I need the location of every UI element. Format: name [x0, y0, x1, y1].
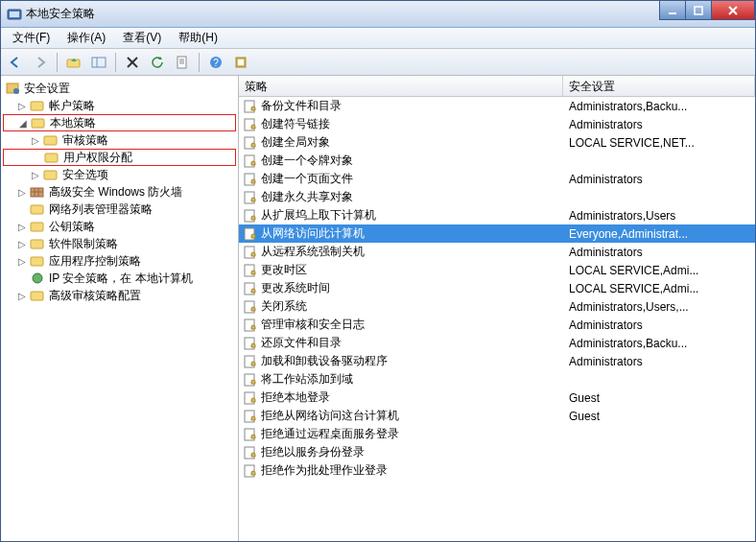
policy-name: 拒绝本地登录	[261, 389, 330, 406]
export-list-button[interactable]	[172, 52, 193, 73]
folder-icon	[43, 167, 59, 182]
svg-point-34	[33, 273, 42, 283]
list-row[interactable]: 拒绝从网络访问这台计算机Guest	[239, 407, 755, 425]
list-row[interactable]: 创建一个令牌对象	[239, 152, 755, 170]
col-policy[interactable]: 策略	[239, 76, 563, 96]
tree-audit-policy[interactable]: ▷ 审核策略	[3, 131, 236, 149]
tree-local-policies[interactable]: ◢ 本地策略	[3, 114, 236, 131]
policy-name: 更改系统时间	[261, 280, 330, 296]
list-row[interactable]: 拒绝作为批处理作业登录	[239, 461, 755, 480]
tree-account-policies[interactable]: ▷ 帐户策略	[3, 97, 236, 114]
policy-setting: Administrators	[563, 355, 755, 368]
back-button[interactable]	[5, 52, 26, 73]
help-button[interactable]: ?	[205, 52, 226, 73]
tree-label: 本地策略	[48, 114, 98, 132]
list-row[interactable]: 将工作站添加到域	[239, 370, 755, 389]
list-header: 策略 安全设置	[239, 76, 755, 97]
tree-pubkey-policies[interactable]: ▷ 公钥策略	[3, 218, 236, 235]
list-row[interactable]: 加载和卸载设备驱动程序Administrators	[239, 352, 755, 370]
tree-label: IP 安全策略，在 本地计算机	[47, 270, 195, 288]
policy-name: 创建全局对象	[261, 134, 330, 151]
list-row[interactable]: 还原文件和目录Administrators,Backu...	[239, 334, 755, 352]
refresh-button[interactable]	[147, 52, 168, 73]
list-row[interactable]: 创建永久共享对象	[239, 188, 755, 206]
tree-nlm-policies[interactable]: 网络列表管理器策略	[3, 200, 236, 218]
svg-rect-31	[31, 223, 43, 231]
tree-software-restriction[interactable]: ▷ 软件限制策略	[3, 235, 236, 252]
expand-icon[interactable]: ▷	[16, 239, 28, 249]
menu-action[interactable]: 操作(A)	[59, 28, 113, 48]
expand-icon[interactable]: ▷	[30, 135, 41, 146]
policy-name: 拒绝从网络访问这台计算机	[261, 408, 399, 424]
svg-rect-21	[31, 102, 43, 110]
tree-advanced-firewall[interactable]: ▷ 高级安全 Windows 防火墙	[3, 183, 236, 200]
show-hide-tree-button[interactable]	[88, 52, 109, 73]
folder-icon	[30, 236, 45, 251]
expand-icon[interactable]: ▷	[16, 187, 28, 198]
policy-setting: LOCAL SERVICE,Admi...	[563, 264, 755, 277]
menu-file[interactable]: 文件(F)	[5, 28, 58, 48]
policy-icon	[243, 99, 258, 114]
list-row[interactable]: 从网络访问此计算机Everyone,Administrat...	[239, 224, 755, 243]
col-setting[interactable]: 安全设置	[563, 76, 755, 96]
policy-setting: Administrators,Users,...	[563, 300, 755, 314]
list-row[interactable]: 备份文件和目录Administrators,Backu...	[239, 97, 755, 115]
menu-view[interactable]: 查看(V)	[115, 28, 169, 48]
policy-icon	[243, 354, 258, 369]
toolbar: ?	[1, 49, 755, 76]
list-row[interactable]: 更改系统时间LOCAL SERVICE,Admi...	[239, 279, 755, 297]
list-body[interactable]: 备份文件和目录Administrators,Backu...创建符号链接Admi…	[239, 97, 755, 541]
list-row[interactable]: 更改时区LOCAL SERVICE,Admi...	[239, 261, 755, 279]
policy-setting: Administrators	[563, 246, 755, 259]
up-folder-button[interactable]	[63, 52, 84, 73]
tree-security-options[interactable]: ▷ 安全选项	[3, 166, 236, 183]
close-button[interactable]	[711, 1, 755, 20]
policy-icon	[243, 372, 258, 388]
tree-root[interactable]: 安全设置	[3, 80, 236, 97]
tree-advanced-audit[interactable]: ▷ 高级审核策略配置	[3, 287, 236, 304]
policy-name: 更改时区	[261, 262, 307, 278]
list-row[interactable]: 创建全局对象LOCAL SERVICE,NET...	[239, 133, 755, 152]
policy-setting: Administrators,Users	[563, 209, 755, 223]
expand-icon[interactable]: ▷	[16, 256, 28, 267]
expand-icon[interactable]: ▷	[16, 101, 28, 111]
policy-icon	[243, 336, 258, 351]
maximize-button[interactable]	[685, 1, 712, 20]
tree-user-rights[interactable]: 用户权限分配	[3, 149, 236, 166]
svg-rect-22	[32, 119, 44, 128]
list-row[interactable]: 创建符号链接Administrators	[239, 115, 755, 133]
tree-ipsec[interactable]: IP 安全策略，在 本地计算机	[3, 270, 236, 287]
policy-name: 关闭系统	[261, 298, 307, 315]
tree-app-control[interactable]: ▷ 应用程序控制策略	[3, 252, 236, 270]
policy-setting: Everyone,Administrat...	[563, 227, 755, 241]
policy-name: 从扩展坞上取下计算机	[261, 207, 376, 224]
list-row[interactable]: 拒绝通过远程桌面服务登录	[239, 425, 755, 443]
expand-icon[interactable]: ▷	[16, 291, 28, 301]
svg-rect-35	[31, 292, 43, 300]
list-row[interactable]: 创建一个页面文件Administrators	[239, 170, 755, 188]
list-row[interactable]: 从扩展坞上取下计算机Administrators,Users	[239, 206, 755, 224]
policy-icon	[243, 208, 258, 224]
policy-name: 创建永久共享对象	[261, 189, 353, 205]
list-row[interactable]: 关闭系统Administrators,Users,...	[239, 297, 755, 316]
expand-icon[interactable]: ▷	[30, 170, 41, 180]
minimize-button[interactable]	[659, 1, 686, 20]
policy-icon	[243, 427, 258, 442]
list-row[interactable]: 拒绝本地登录Guest	[239, 389, 755, 407]
policy-name: 将工作站添加到域	[261, 371, 353, 388]
policy-setting: LOCAL SERVICE,Admi...	[563, 282, 755, 295]
list-row[interactable]: 拒绝以服务身份登录	[239, 443, 755, 461]
list-row[interactable]: 管理审核和安全日志Administrators	[239, 316, 755, 334]
properties-button[interactable]	[230, 52, 251, 73]
forward-button[interactable]	[30, 52, 51, 73]
policy-setting: LOCAL SERVICE,NET...	[563, 136, 755, 150]
collapse-icon[interactable]: ◢	[17, 118, 29, 129]
menu-help[interactable]: 帮助(H)	[171, 28, 225, 48]
svg-line-5	[729, 7, 737, 14]
expand-icon[interactable]: ▷	[16, 222, 28, 232]
tree-pane[interactable]: 安全设置 ▷ 帐户策略 ◢ 本地策略 ▷ 审核策略 用户权限分配 ▷ 安全选项	[1, 76, 239, 541]
list-row[interactable]: 从远程系统强制关机Administrators	[239, 243, 755, 261]
delete-button[interactable]	[122, 52, 143, 73]
list-pane: 策略 安全设置 备份文件和目录Administrators,Backu...创建…	[239, 76, 755, 541]
folder-icon	[44, 150, 59, 165]
